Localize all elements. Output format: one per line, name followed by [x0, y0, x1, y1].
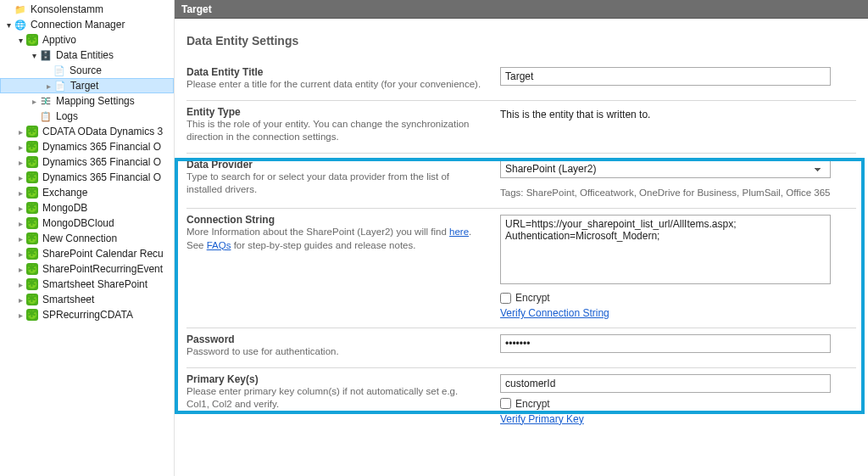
- expander-icon[interactable]: [29, 51, 39, 60]
- gear-icon: [25, 247, 39, 260]
- field-desc-pk: Please enter primary key column(s) if no…: [186, 385, 483, 412]
- field-desc-conn: More Information about the SharePoint (L…: [186, 226, 483, 252]
- expander-icon[interactable]: [15, 204, 25, 213]
- tree-source-label: Source: [70, 64, 102, 76]
- gear-icon: [25, 293, 39, 306]
- fieldset-title: Data Entity Title Please enter a title f…: [186, 61, 856, 101]
- gear-icon: [25, 308, 39, 322]
- tree-panel: 📁 Konsolenstamm 🌐 Connection Manager App…: [0, 0, 174, 476]
- expander-icon[interactable]: [15, 295, 25, 305]
- data-provider-select[interactable]: SharePoint (Layer2): [500, 160, 831, 178]
- gear-icon: [25, 277, 39, 291]
- tree-root[interactable]: 📁 Konsolenstamm: [0, 2, 174, 17]
- tree-node[interactable]: Dynamics 365 Financial O: [0, 170, 174, 185]
- tree-logs-label: Logs: [56, 110, 78, 122]
- database-icon: 🗄️: [39, 48, 53, 62]
- gear-icon: [25, 125, 39, 138]
- gear-icon: [25, 33, 39, 47]
- gear-icon: [25, 201, 39, 215]
- tree-mapping-label: Mapping Settings: [56, 95, 135, 107]
- globe-icon: 🌐: [14, 18, 27, 31]
- tree-node[interactable]: MongoDBCloud: [0, 216, 174, 231]
- field-label-entity-type: Entity Type: [186, 106, 483, 118]
- primary-key-input[interactable]: [500, 374, 831, 393]
- expander-icon[interactable]: [15, 188, 25, 198]
- tree-node[interactable]: SharePointRecurringEvent: [0, 261, 174, 277]
- fieldset-data-provider: Data Provider Type to search for or sele…: [186, 154, 856, 210]
- tree-node[interactable]: Smartsheet: [0, 292, 174, 307]
- fieldset-primary-key: Primary Key(s) Please enter primary key …: [186, 368, 856, 434]
- provider-tags: Tags: SharePoint, Officeatwork, OneDrive…: [500, 187, 831, 200]
- expander-icon[interactable]: [15, 173, 25, 182]
- gear-icon: [25, 262, 39, 276]
- tree-target[interactable]: 📄 Target: [0, 78, 174, 93]
- panel-header: Target: [175, 0, 868, 19]
- field-label-pk: Primary Key(s): [186, 373, 483, 385]
- tree-node[interactable]: MongoDB: [0, 200, 174, 216]
- tree-cm-label: Connection Manager: [31, 19, 125, 31]
- verify-connection-link[interactable]: Verify Connection String: [500, 307, 609, 319]
- expander-icon[interactable]: [15, 219, 25, 228]
- expander-icon[interactable]: [43, 81, 53, 91]
- tree-source[interactable]: 📄 Source: [0, 63, 174, 78]
- gear-icon: [25, 155, 39, 169]
- field-desc-provider: Type to search for or select your data p…: [186, 171, 483, 197]
- field-label-password: Password: [186, 333, 483, 345]
- expander-icon[interactable]: [15, 143, 25, 152]
- expander-icon[interactable]: [15, 158, 25, 167]
- gear-icon: [25, 171, 39, 184]
- conn-encrypt-label: Encrypt: [515, 292, 550, 304]
- password-input[interactable]: [500, 334, 831, 353]
- connection-string-input[interactable]: URL=https://your_sharepoint_list_url/All…: [500, 215, 831, 284]
- mapping-icon: [39, 94, 53, 108]
- section-title: Data Entity Settings: [186, 34, 856, 48]
- pk-encrypt-checkbox[interactable]: [500, 398, 511, 409]
- tree-apptivo[interactable]: Apptivo: [0, 32, 174, 48]
- gear-icon: [25, 232, 39, 245]
- field-label-conn: Connection String: [186, 214, 483, 226]
- expander-icon[interactable]: [15, 280, 25, 289]
- conn-here-link[interactable]: here: [449, 227, 469, 237]
- conn-encrypt-checkbox[interactable]: [500, 293, 511, 304]
- tree-logs[interactable]: 📋 Logs: [0, 109, 174, 124]
- expander-icon[interactable]: [29, 97, 39, 106]
- tree-node[interactable]: SPRecurringCDATA: [0, 307, 174, 322]
- tree-de-label: Data Entities: [56, 49, 114, 61]
- tree-target-label: Target: [70, 80, 98, 92]
- tree-mapping[interactable]: Mapping Settings: [0, 93, 174, 109]
- expander-icon[interactable]: [3, 20, 14, 30]
- fieldset-entity-type: Entity Type This is the role of your ent…: [186, 101, 856, 154]
- data-entity-title-input[interactable]: [500, 67, 831, 86]
- expander-icon[interactable]: [15, 249, 25, 259]
- expander-icon[interactable]: [15, 36, 25, 45]
- tree-node[interactable]: Exchange: [0, 185, 174, 200]
- pk-encrypt-label: Encrypt: [515, 398, 550, 410]
- tree-node[interactable]: Dynamics 365 Financial O: [0, 154, 174, 170]
- tree-node[interactable]: Dynamics 365 Financial O: [0, 139, 174, 154]
- verify-primary-key-link[interactable]: Verify Primary Key: [500, 413, 584, 425]
- gear-icon: [25, 186, 39, 199]
- tree-node[interactable]: New Connection: [0, 231, 174, 246]
- expander-icon[interactable]: [15, 127, 25, 137]
- tree-node[interactable]: CDATA OData Dynamics 3: [0, 124, 174, 139]
- expander-icon[interactable]: [15, 234, 25, 244]
- page-icon: 📄: [53, 64, 66, 77]
- entity-type-value: This is the entity that is written to.: [500, 107, 831, 120]
- tree-connection-manager[interactable]: 🌐 Connection Manager: [0, 17, 174, 32]
- tree-data-entities[interactable]: 🗄️ Data Entities: [0, 48, 174, 63]
- page-icon: 📄: [53, 79, 67, 92]
- expander-icon[interactable]: [15, 265, 25, 274]
- tree-node[interactable]: Smartsheet SharePoint: [0, 277, 174, 292]
- expander-icon[interactable]: [15, 311, 25, 320]
- conn-faqs-link[interactable]: FAQs: [207, 240, 231, 250]
- gear-icon: [25, 216, 39, 230]
- field-desc-password: Password to use for authentication.: [186, 345, 483, 359]
- fieldset-connection-string: Connection String More Information about…: [186, 209, 856, 328]
- tree-node[interactable]: SharePoint Calendar Recu: [0, 246, 174, 261]
- gear-icon: [25, 140, 39, 154]
- fieldset-password: Password Password to use for authenticat…: [186, 328, 856, 368]
- logs-icon: 📋: [39, 109, 53, 123]
- field-desc-entity-type: This is the role of your entity. You can…: [186, 118, 483, 144]
- tree-apptivo-label: Apptivo: [42, 34, 76, 46]
- tree-root-label: Konsolenstamm: [31, 3, 103, 15]
